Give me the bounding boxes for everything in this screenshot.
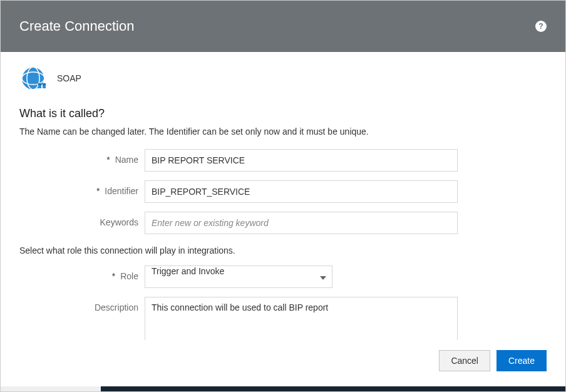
keywords-label: Keywords	[19, 212, 145, 227]
name-label-text: Name	[115, 155, 138, 165]
dialog-content: SOAP What is it called? The Name can be …	[1, 52, 565, 340]
name-label: * Name	[19, 149, 145, 165]
bottom-bar	[1, 386, 565, 391]
svg-rect-5	[38, 83, 41, 85]
form-row-role: * Role Trigger and Invoke	[19, 266, 547, 288]
bottom-bar-light	[1, 386, 101, 391]
description-label-text: Description	[95, 302, 138, 312]
section-heading: What is it called?	[19, 107, 547, 120]
cancel-button[interactable]: Cancel	[439, 350, 490, 371]
keywords-label-text: Keywords	[100, 217, 138, 227]
help-icon[interactable]: ?	[535, 21, 547, 32]
create-connection-dialog: Create Connection ? SOAP What is it c	[0, 0, 566, 392]
required-mark: *	[96, 186, 100, 196]
adapter-name: SOAP	[57, 73, 81, 83]
required-mark: *	[112, 271, 115, 281]
bottom-bar-dark	[101, 386, 565, 391]
soap-adapter-icon	[19, 64, 47, 92]
description-textarea[interactable]	[145, 297, 458, 340]
section-subtext: The Name can be changed later. The Ident…	[19, 126, 547, 137]
dialog-footer: Cancel Create	[1, 340, 565, 386]
identifier-input[interactable]	[145, 180, 458, 203]
form-row-keywords: Keywords	[19, 212, 547, 234]
form-row-identifier: * Identifier	[19, 180, 547, 203]
role-select[interactable]: Trigger and Invoke	[145, 266, 332, 288]
keywords-input[interactable]	[145, 212, 458, 234]
form-row-name: * Name	[19, 149, 547, 172]
dialog-title: Create Connection	[19, 18, 134, 34]
role-label-text: Role	[120, 271, 138, 281]
identifier-label: * Identifier	[19, 180, 145, 196]
form-row-description: Description 977 characters left	[19, 297, 547, 340]
required-mark: *	[106, 155, 110, 165]
name-input[interactable]	[145, 149, 458, 172]
description-label: Description	[19, 297, 145, 312]
svg-rect-6	[43, 83, 46, 85]
role-label: * Role	[19, 266, 145, 281]
identifier-label-text: Identifier	[105, 186, 138, 196]
dialog-header: Create Connection ?	[1, 1, 565, 52]
role-section-text: Select what role this connection will pl…	[19, 245, 547, 255]
adapter-row: SOAP	[19, 64, 547, 92]
create-button[interactable]: Create	[497, 350, 547, 371]
